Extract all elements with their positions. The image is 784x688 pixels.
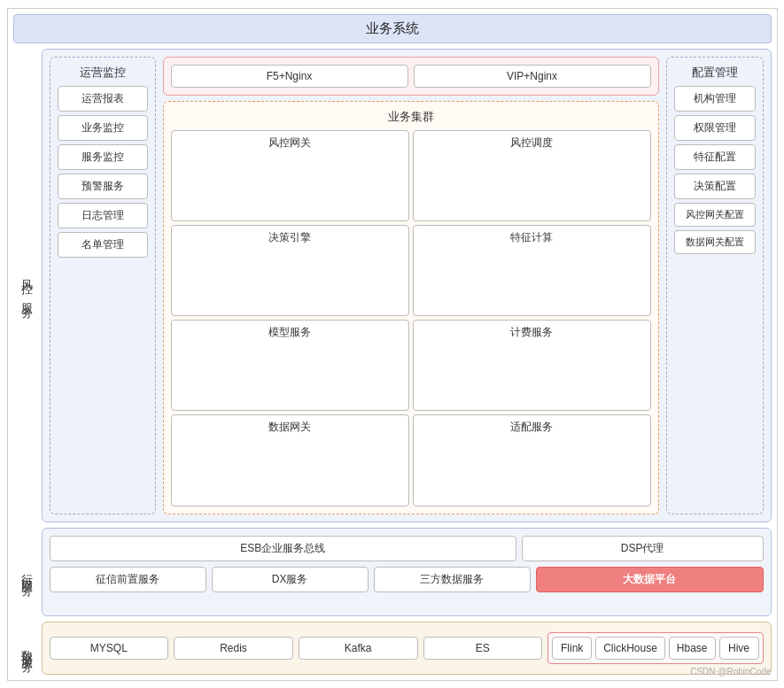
peizhi-item-4: 风控网关配置 <box>674 203 756 227</box>
dsp-box: DSP代理 <box>522 536 764 561</box>
hangnei-section: 行内服务 ESB企业服务总线 DSP代理 征信前置服务 DX服务 三方数据服务 … <box>13 528 772 616</box>
top-label: 业务系统 <box>13 14 772 43</box>
ywjq-item-3: 特征计算 <box>413 225 651 316</box>
peizhi-item-3: 决策配置 <box>674 174 756 199</box>
dx-box: DX服务 <box>212 567 369 592</box>
flink-group: Flink ClickHouse Hbase CSDN·@RobinCode H… <box>547 632 763 664</box>
ywjq-item-5: 计费服务 <box>413 320 651 411</box>
fengkong-content: 运营监控 运营报表 业务监控 服务监控 预警服务 日志管理 名单管理 F5+Ng… <box>42 49 772 522</box>
clickhouse-box: ClickHouse <box>595 637 665 660</box>
ywjq-item-4: 模型服务 <box>171 320 409 411</box>
peizhi-item-2: 特征配置 <box>674 144 756 170</box>
peizhi-panel: 配置管理 机构管理 权限管理 特征配置 决策配置 风控网关配置 数据网关配置 <box>666 57 764 514</box>
esb-box: ESB企业服务总线 <box>50 536 516 561</box>
ywjq-title: 业务集群 <box>171 109 651 125</box>
fengkong-section: 风控 服务 运营监控 运营报表 业务监控 服务监控 预警服务 日志管理 名单管理… <box>13 49 772 522</box>
kafka-box: Kafka <box>299 637 418 660</box>
f5-box: F5+Nginx <box>171 65 408 88</box>
hangnei-row1: ESB企业服务总线 DSP代理 <box>50 536 764 561</box>
yunyingjiankong-item-5: 名单管理 <box>58 232 148 258</box>
ywjq-item-2: 决策引擎 <box>171 225 409 316</box>
ywjq-item-7: 适配服务 <box>413 414 651 506</box>
shuju-section: 数据服务 MYSQL Redis Kafka ES Flink ClickHou… <box>13 622 772 675</box>
zhengxin-box: 征信前置服务 <box>50 567 206 592</box>
ywjq-item-6: 数据网关 <box>171 414 409 506</box>
peizhi-item-5: 数据网关配置 <box>674 230 756 254</box>
peizhi-item-1: 权限管理 <box>674 115 756 141</box>
fengkong-label: 风控 服务 <box>13 49 42 522</box>
vip-box: VIP+Nginx <box>414 65 651 88</box>
mysql-box: MYSQL <box>50 637 169 660</box>
peizhi-title: 配置管理 <box>674 65 756 81</box>
peizhi-item-0: 机构管理 <box>674 86 756 112</box>
ywjq-item-1: 风控调度 <box>413 130 651 221</box>
redis-box: Redis <box>174 637 293 660</box>
yunyingjiankong-item-3: 预警服务 <box>58 174 148 199</box>
sanfang-box: 三方数据服务 <box>374 567 531 592</box>
yunyingjiankong-item-2: 服务监控 <box>58 144 148 170</box>
watermark: CSDN·@RobinCode <box>690 667 771 676</box>
es-box: ES <box>423 637 543 660</box>
hbase-box: Hbase <box>669 637 716 660</box>
hangnei-content: ESB企业服务总线 DSP代理 征信前置服务 DX服务 三方数据服务 大数据平台 <box>42 528 772 616</box>
middle-panel: F5+Nginx VIP+Nginx 业务集群 风控网关 风控调度 决策引擎 特… <box>163 57 659 514</box>
shuju-label: 数据服务 <box>13 622 42 675</box>
hangnei-row2: 征信前置服务 DX服务 三方数据服务 大数据平台 <box>50 567 764 592</box>
ywjq-panel: 业务集群 风控网关 风控调度 决策引擎 特征计算 模型服务 计费服务 数据网关 … <box>163 101 659 514</box>
bigdata-box: 大数据平台 <box>536 567 764 592</box>
ywjq-grid: 风控网关 风控调度 决策引擎 特征计算 模型服务 计费服务 数据网关 适配服务 <box>171 130 651 506</box>
yunyingjiankong-title: 运营监控 <box>58 65 148 81</box>
f5vip-row: F5+Nginx VIP+Nginx <box>163 57 659 96</box>
shuju-content: MYSQL Redis Kafka ES Flink ClickHouse Hb… <box>42 622 772 675</box>
hive-box-visible: Hive <box>719 637 759 660</box>
hangnei-label: 行内服务 <box>13 528 42 616</box>
yunyingjiankong-item-4: 日志管理 <box>58 203 148 228</box>
yunyingjiankong-item-1: 业务监控 <box>58 115 148 141</box>
flink-box: Flink <box>552 637 592 660</box>
ywjq-item-0: 风控网关 <box>171 130 409 221</box>
yunyingjiankong-panel: 运营监控 运营报表 业务监控 服务监控 预警服务 日志管理 名单管理 <box>50 57 156 514</box>
yunyingjiankong-item-0: 运营报表 <box>58 86 148 112</box>
main-diagram: 业务系统 风控 服务 运营监控 运营报表 业务监控 服务监控 预警服务 日志管理… <box>7 8 778 681</box>
